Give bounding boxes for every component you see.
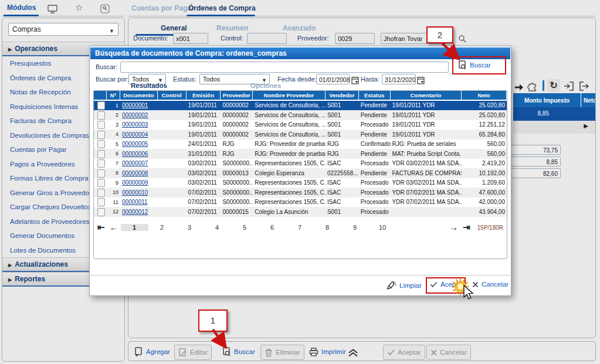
page-8[interactable]: 8 bbox=[314, 224, 341, 231]
hasta-label: Hasta: bbox=[361, 76, 379, 83]
page-9[interactable]: 9 bbox=[341, 224, 369, 231]
amounts-grid-selected-row[interactable]: 8,85 bbox=[513, 107, 595, 121]
module-select[interactable]: Compras ▼ bbox=[8, 23, 118, 36]
import-icon[interactable] bbox=[564, 80, 574, 91]
search-dialog: Búsqueda de documentos de Compra: ordene… bbox=[89, 46, 511, 296]
row-checkbox[interactable] bbox=[97, 169, 105, 178]
limpiar-button[interactable]: Limpiar bbox=[387, 281, 422, 290]
agregar-button[interactable]: Agregar bbox=[131, 345, 174, 359]
export-icon[interactable] bbox=[579, 80, 589, 91]
document-link[interactable]: 00000004 bbox=[122, 131, 148, 138]
document-link[interactable]: 00000009 bbox=[122, 179, 148, 186]
imprimir-button[interactable]: Imprimir bbox=[306, 345, 350, 359]
dialog-cancelar-button[interactable]: Cancelar bbox=[472, 281, 509, 288]
tab-resultados[interactable]: Resultados bbox=[131, 82, 167, 89]
document-link[interactable]: 00000010 bbox=[122, 189, 148, 196]
table-row[interactable]: 120000001207/02/201100000015Colegio La A… bbox=[94, 207, 507, 217]
tab-modulos[interactable]: Módulos bbox=[7, 4, 36, 12]
buscar-por-label: Buscar por: bbox=[96, 76, 128, 83]
sidebar-section-label: Reportes bbox=[15, 275, 45, 283]
table-row[interactable]: 110000001107/02/2011S0000000...Represent… bbox=[94, 198, 507, 207]
hasta-input[interactable]: 31/12/2020 bbox=[382, 74, 416, 84]
dialog-search-input[interactable] bbox=[120, 62, 449, 73]
col-header: Proveedor bbox=[221, 91, 253, 100]
page-1[interactable]: 1 bbox=[121, 224, 148, 231]
document-link[interactable]: 00000012 bbox=[122, 209, 148, 215]
star-icon[interactable]: ☆ bbox=[75, 2, 83, 13]
arrow-right-icon[interactable] bbox=[514, 81, 524, 92]
col-header: Neto bbox=[462, 91, 507, 100]
row-checkbox[interactable] bbox=[97, 159, 105, 168]
document-link[interactable]: 00000008 bbox=[122, 170, 148, 176]
document-link[interactable]: 00000006 bbox=[122, 151, 148, 157]
page-7[interactable]: 7 bbox=[286, 224, 314, 231]
row-checkbox[interactable] bbox=[97, 131, 105, 139]
table-row[interactable]: 40000000419/01/201100000002Servicios de … bbox=[94, 130, 507, 140]
table-row[interactable]: 50000000524/01/2011RJGRJG: Proveedor de … bbox=[94, 140, 507, 149]
document-link[interactable]: 00000002 bbox=[122, 112, 148, 118]
row-checkbox[interactable] bbox=[97, 121, 105, 129]
page-5[interactable]: 5 bbox=[231, 224, 259, 231]
aceptar-button[interactable]: Aceptar bbox=[383, 345, 425, 360]
row-checkbox[interactable] bbox=[97, 208, 105, 216]
tab-opciones[interactable]: Opciones bbox=[250, 82, 281, 89]
plugin-puzzle-icon[interactable] bbox=[527, 80, 538, 91]
calendar-icon[interactable] bbox=[351, 74, 359, 85]
subtab-avanzado[interactable]: Avanzado bbox=[283, 24, 316, 32]
subtab-resumen[interactable]: Resumen bbox=[216, 24, 248, 32]
document-link[interactable]: 00000005 bbox=[122, 141, 148, 147]
page-10[interactable]: 10 bbox=[369, 224, 396, 231]
table-row[interactable]: 80000000803/02/201100000013Colegio Esper… bbox=[94, 168, 507, 178]
pagination-info: 15P/180R bbox=[477, 224, 503, 231]
document-link[interactable]: 00000007 bbox=[122, 160, 148, 166]
tab-ordenes-de-compra[interactable]: Órdenes de Compra bbox=[188, 4, 256, 12]
collapse-chevrons-icon[interactable] bbox=[348, 347, 358, 358]
table-row[interactable]: 20000000219/01/201100000002Servicios de … bbox=[94, 110, 507, 120]
add-document-icon bbox=[134, 347, 143, 356]
row-checkbox[interactable] bbox=[97, 189, 105, 197]
next-page-icon[interactable]: → bbox=[447, 222, 460, 233]
row-checkbox[interactable] bbox=[97, 140, 105, 148]
page-6[interactable]: 6 bbox=[259, 224, 286, 231]
document-link[interactable]: 00000003 bbox=[122, 121, 148, 128]
proveedor-code-field[interactable]: 0029 bbox=[335, 33, 375, 44]
document-link[interactable]: 00000001 bbox=[122, 102, 148, 108]
eliminar-button[interactable]: Eliminar bbox=[260, 345, 304, 360]
bottom-toolbar: Agregar Editar Buscar Eliminar Imprimir … bbox=[128, 341, 596, 361]
page-2[interactable]: 2 bbox=[148, 224, 176, 231]
cancelar-button[interactable]: Cancelar bbox=[426, 345, 471, 360]
document-link[interactable]: 00000011 bbox=[122, 199, 148, 205]
subtab-general[interactable]: General bbox=[161, 24, 187, 32]
row-checkbox[interactable] bbox=[97, 198, 105, 206]
table-row[interactable]: 90000000903/02/2011S0000000...Representa… bbox=[94, 178, 507, 188]
monitor-icon[interactable] bbox=[48, 4, 57, 14]
proveedor-label: Proveedor: bbox=[297, 35, 329, 42]
prev-page-icon[interactable]: ← bbox=[107, 222, 121, 233]
col-header: Estatus bbox=[359, 91, 391, 100]
row-number: 2 bbox=[107, 110, 120, 120]
dialog-search-label: Buscar: bbox=[96, 63, 117, 70]
table-row[interactable]: 100000001007/02/2011S0000000...Represent… bbox=[94, 188, 507, 198]
row-checkbox[interactable] bbox=[97, 111, 105, 120]
fecha-desde-input[interactable]: 01/01/2008 bbox=[316, 74, 350, 84]
row-checkbox[interactable] bbox=[97, 101, 105, 110]
page-3[interactable]: 3 bbox=[176, 224, 204, 231]
row-checkbox[interactable] bbox=[97, 179, 105, 187]
row-marker-icon[interactable]: ▶ bbox=[584, 123, 588, 129]
control-field[interactable] bbox=[247, 33, 287, 44]
page-4[interactable]: 4 bbox=[204, 224, 231, 231]
first-page-icon[interactable]: ⇤ bbox=[95, 222, 107, 233]
last-page-icon[interactable]: ⇥ bbox=[460, 222, 473, 233]
calendar-icon[interactable] bbox=[417, 74, 425, 85]
row-checkbox[interactable] bbox=[97, 150, 105, 158]
refresh-icon[interactable]: ↻ bbox=[547, 79, 560, 92]
table-row[interactable]: 70000000703/02/2011S0000000...Representa… bbox=[94, 159, 507, 169]
table-row[interactable]: 30000000319/01/201100000002Servicios de … bbox=[94, 120, 507, 130]
tab-cuentas-por-pagar[interactable]: Cuentas por Pagar bbox=[131, 4, 194, 12]
key-icon[interactable] bbox=[100, 3, 110, 13]
triangle-right-icon: ▶ bbox=[8, 277, 12, 283]
amounts-grid-footer-row: ▶ bbox=[513, 121, 595, 134]
table-row[interactable]: 10000000119/01/201100000002Servicios de … bbox=[94, 101, 507, 111]
documento-field[interactable]: x001 bbox=[173, 33, 208, 44]
table-row[interactable]: 60000000631/01/2011RJGRJG: Proveedor de … bbox=[94, 149, 507, 159]
